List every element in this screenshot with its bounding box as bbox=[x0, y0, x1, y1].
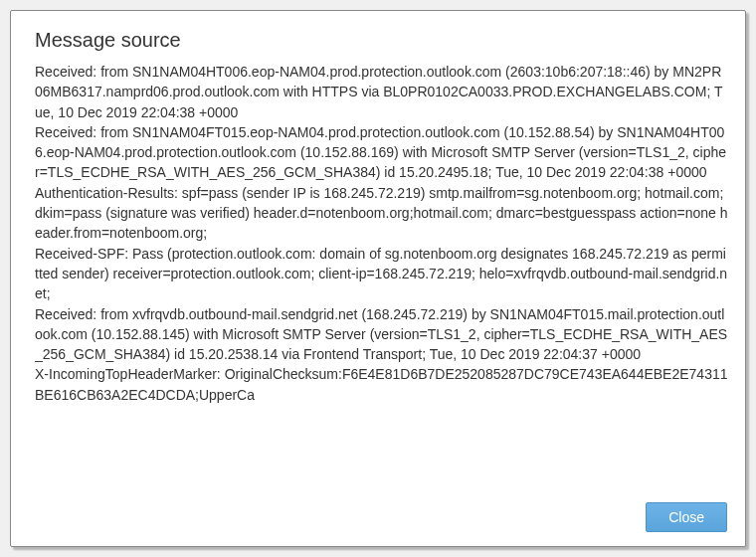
dialog-title: Message source bbox=[11, 11, 745, 58]
message-source-container: Received: from SN1NAM04HT006.eop-NAM04.p… bbox=[11, 58, 745, 490]
close-button[interactable]: Close bbox=[646, 502, 727, 532]
dialog-footer: Close bbox=[11, 490, 745, 546]
message-source-text[interactable]: Received: from SN1NAM04HT006.eop-NAM04.p… bbox=[35, 62, 735, 490]
message-source-dialog: Message source Received: from SN1NAM04HT… bbox=[10, 10, 746, 547]
